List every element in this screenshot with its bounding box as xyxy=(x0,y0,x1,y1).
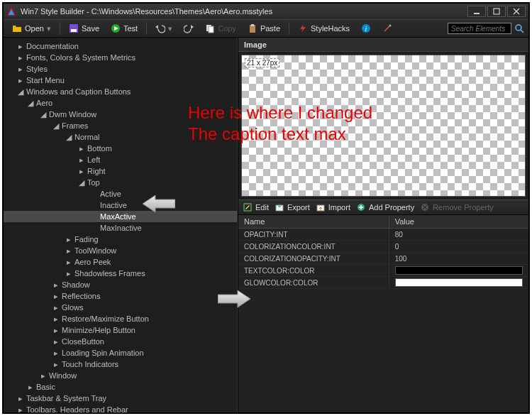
info-button[interactable]: i xyxy=(357,22,375,35)
save-button[interactable]: Save xyxy=(65,22,104,35)
separator xyxy=(146,22,147,35)
svg-point-21 xyxy=(516,25,521,31)
tree-item-shadowless[interactable]: ▸Shadowless Frames xyxy=(4,268,237,279)
app-icon xyxy=(6,6,16,16)
open-button[interactable]: Open ▾ xyxy=(8,22,55,35)
tree-item-styles[interactable]: ▸Styles xyxy=(4,63,237,75)
color-swatch[interactable] xyxy=(395,278,523,287)
expand-icon: ▸ xyxy=(52,292,60,301)
edit-button[interactable]: Edit xyxy=(243,202,269,212)
tree-item-toolwindow[interactable]: ▸ToolWindow xyxy=(4,245,237,256)
import-button[interactable]: Import xyxy=(316,202,350,212)
maximize-button[interactable] xyxy=(487,6,506,17)
tree-item-fonts[interactable]: ▸Fonts, Colors & System Metrics xyxy=(4,52,237,63)
stylehacks-button[interactable]: StyleHacks xyxy=(294,22,354,35)
collapse-icon: ◢ xyxy=(52,121,60,131)
minimize-button[interactable] xyxy=(467,6,486,17)
expand-icon: ▸ xyxy=(16,76,25,85)
expand-icon: ▸ xyxy=(16,42,25,51)
col-name[interactable]: Name xyxy=(238,215,389,228)
close-button[interactable] xyxy=(507,6,526,17)
tree-item-glows[interactable]: ▸Glows xyxy=(4,302,237,313)
tree-item-reflections[interactable]: ▸Reflections xyxy=(4,290,237,302)
color-swatch[interactable] xyxy=(395,266,523,275)
tree-item-maxinactive[interactable]: MaxInactive xyxy=(4,222,237,234)
paste-icon xyxy=(248,23,257,33)
redo-button[interactable] xyxy=(179,22,198,35)
tree-item-aeropeek[interactable]: ▸Aero Peek xyxy=(4,256,237,268)
expand-icon: ▸ xyxy=(39,371,48,381)
svg-marker-16 xyxy=(300,24,306,33)
titlebar[interactable]: Win7 Style Builder - C:\Windows\Resource… xyxy=(4,4,528,19)
grid-row[interactable]: TEXTCOLOR:COLOR xyxy=(238,265,528,277)
tree-item-inactive[interactable]: Inactive xyxy=(4,199,237,211)
disk-icon xyxy=(69,23,79,33)
search-input[interactable] xyxy=(448,23,511,34)
grid-cell-value[interactable] xyxy=(389,277,528,288)
tree-item-startmenu[interactable]: ▸Start Menu xyxy=(4,75,237,86)
tree-item-basic[interactable]: ▸Basic xyxy=(4,381,237,393)
tree-item-bottom[interactable]: ▸Bottom xyxy=(4,143,237,154)
property-grid: Name Value OPACITY:INT80COLORIZATIONCOLO… xyxy=(238,215,528,289)
content-area: ▸Documentation ▸Fonts, Colors & System M… xyxy=(4,38,528,412)
add-property-button[interactable]: Add Property xyxy=(356,202,414,212)
collapse-icon: ◢ xyxy=(39,110,48,119)
svg-line-19 xyxy=(384,26,390,31)
expand-icon: ▸ xyxy=(52,314,60,324)
undo-icon xyxy=(155,23,165,33)
expand-icon: ▸ xyxy=(52,337,60,346)
grid-cell-value[interactable] xyxy=(389,265,528,276)
paste-button[interactable]: Paste xyxy=(243,22,284,35)
export-button[interactable]: Export xyxy=(275,202,310,212)
tree-item-loading[interactable]: ▸Loading Spin Animation xyxy=(4,347,237,358)
tree-item-aero[interactable]: ◢Aero xyxy=(4,97,237,109)
grid-cell-name: GLOWCOLOR:COLOR xyxy=(238,277,389,288)
tree-item-fading[interactable]: ▸Fading xyxy=(4,234,237,245)
test-button[interactable]: Test xyxy=(106,22,142,35)
search-icon[interactable] xyxy=(514,23,524,33)
tree-item-restore[interactable]: ▸Restore/Maximize Button xyxy=(4,313,237,324)
undo-button[interactable]: ▾ xyxy=(151,22,177,35)
tree-item-dwmwindow[interactable]: ◢Dwm Window xyxy=(4,109,237,120)
tool-button[interactable] xyxy=(378,22,397,35)
grid-cell-value[interactable]: 80 xyxy=(389,229,528,240)
remove-icon xyxy=(420,202,430,212)
copy-button[interactable]: Copy xyxy=(201,22,240,35)
image-preview[interactable]: 21 x 27px xyxy=(241,55,526,197)
tree-item-taskbar[interactable]: ▸Taskbar & System Tray xyxy=(4,393,237,404)
grid-row[interactable]: COLORIZATIONCOLOR:INT0 xyxy=(238,241,528,253)
tree-item-window[interactable]: ▸Window xyxy=(4,370,237,381)
tree-item-active[interactable]: Active xyxy=(4,188,237,199)
tree-item-shadow[interactable]: ▸Shadow xyxy=(4,279,237,290)
right-pane: Image 21 x 27px Edit Export Import Add P… xyxy=(238,38,528,412)
tree-item-wcb[interactable]: ◢Windows and Caption Buttons xyxy=(4,86,237,97)
tree-item-frames[interactable]: ◢Frames xyxy=(4,120,237,131)
expand-icon: ▸ xyxy=(26,383,35,392)
tree-item-top[interactable]: ◢Top xyxy=(4,177,237,188)
copy-icon xyxy=(205,23,215,33)
tree-item-touchind[interactable]: ▸Touch Indicators xyxy=(4,358,237,370)
tree-item-closebtn[interactable]: ▸CloseButton xyxy=(4,336,237,347)
tree-item-normal[interactable]: ◢Normal xyxy=(4,131,237,143)
grid-row[interactable]: GLOWCOLOR:COLOR xyxy=(238,277,528,289)
grid-cell-name: COLORIZATIONOPACITY:INT xyxy=(238,253,389,264)
remove-property-button[interactable]: Remove Property xyxy=(420,202,494,212)
grid-row[interactable]: COLORIZATIONOPACITY:INT100 xyxy=(238,253,528,265)
expand-icon: ▸ xyxy=(52,349,60,358)
grid-cell-value[interactable]: 100 xyxy=(389,253,528,264)
tree-item-minhelp[interactable]: ▸Minimize/Help Button xyxy=(4,324,237,336)
tree-item-maxactive[interactable]: MaxActive xyxy=(4,211,237,222)
svg-text:i: i xyxy=(365,25,367,33)
grid-row[interactable]: OPACITY:INT80 xyxy=(238,229,528,241)
tree-item-documentation[interactable]: ▸Documentation xyxy=(4,40,237,52)
tree-item-left[interactable]: ▸Left xyxy=(4,154,237,165)
expand-icon: ▸ xyxy=(16,65,25,74)
tree-item-right[interactable]: ▸Right xyxy=(4,165,237,177)
col-value[interactable]: Value xyxy=(389,215,528,228)
dropdown-icon: ▾ xyxy=(168,24,172,33)
copy-label: Copy xyxy=(218,24,236,33)
expand-icon: ▸ xyxy=(65,246,73,256)
tree-item-toolbars[interactable]: ▸Toolbars, Headers and Rebar xyxy=(4,404,237,412)
expand-icon: ▸ xyxy=(65,235,73,244)
grid-cell-value[interactable]: 0 xyxy=(389,241,528,252)
